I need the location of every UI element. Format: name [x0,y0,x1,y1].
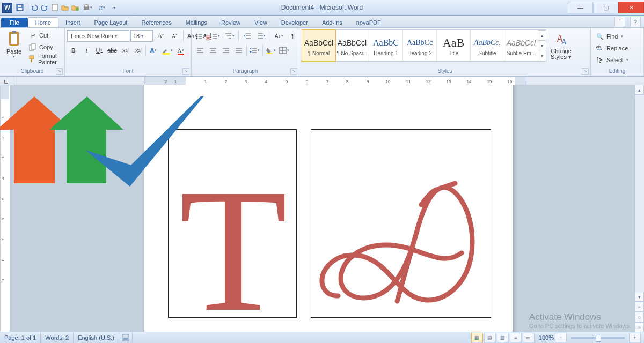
font-color-button[interactable]: A [174,44,187,56]
tab-developer[interactable]: Developer [274,18,315,27]
subscript-button[interactable]: x2 [119,44,131,56]
maximize-button[interactable]: ▢ [593,2,618,13]
change-styles-button[interactable]: AA ChangeStyles ▾ [548,29,574,61]
qat-customize-icon[interactable]: ▾ [110,3,119,12]
sort-button[interactable]: A↓ [273,30,286,42]
tab-view[interactable]: View [247,18,274,27]
minimize-button[interactable]: — [568,2,593,13]
svg-text:10: 10 [386,79,391,84]
style-heading-2[interactable]: AaBbCcHeading 2 [403,30,437,61]
group-clipboard: Paste ▾ ✂Cut Copy Format Painter Clipboa… [0,28,65,76]
style-heading-1[interactable]: AaBbCHeading 1 [369,30,403,61]
cut-button[interactable]: ✂Cut [27,29,62,41]
ribbon-minimize-icon[interactable]: ˆ [614,17,625,27]
tab-mailings[interactable]: Mailings [179,18,214,27]
styles-more-button[interactable]: ▴▾▾ [538,30,546,61]
tab-file[interactable]: File [1,18,28,27]
change-styles-label: ChangeStyles ▾ [551,48,572,60]
group-label-clipboard: Clipboard↘ [0,68,64,76]
grow-font-button[interactable]: Aˆ [154,30,167,42]
save-icon[interactable] [16,3,24,12]
tab-novapdf[interactable]: novaPDF [349,18,388,27]
shrink-font-button[interactable]: Aˇ [168,30,181,42]
new-doc-icon[interactable] [50,3,59,12]
borders-button[interactable] [277,44,291,56]
bullets-button[interactable] [194,30,207,42]
group-label-editing: Editing [591,68,643,76]
align-center-button[interactable] [207,44,219,56]
svg-text:6: 6 [306,79,309,84]
ribbon-tabs: File Home Insert Page Layout References … [0,16,644,28]
tab-page-layout[interactable]: Page Layout [87,18,135,27]
find-icon: 🔍 [596,32,604,41]
increase-indent-button[interactable] [255,30,268,42]
numbering-button[interactable]: 123 [208,30,222,42]
italic-button[interactable]: I [80,44,93,56]
vertical-ruler[interactable]: 123456789 [0,85,10,86]
group-font: Times New Rom▾ 13▾ Aˆ Aˇ Aa A B I U abc … [65,28,192,76]
styles-gallery[interactable]: AaBbCcl¶ Normal AaBbCcl¶ No Spaci... AaB… [302,29,546,62]
style-normal[interactable]: AaBbCcl¶ Normal [302,29,336,62]
font-name-combo[interactable]: Times New Rom▾ [67,30,129,42]
open-icon[interactable] [61,3,69,12]
underline-button[interactable]: U [93,44,106,56]
replace-button[interactable]: abReplace [594,42,630,54]
strikethrough-button[interactable]: abc [106,44,119,56]
tab-references[interactable]: References [134,18,178,27]
superscript-button[interactable]: x2 [131,44,144,56]
style-subtle-emphasis[interactable]: AaBbCclSubtle Em... [504,30,538,61]
print-icon[interactable] [81,3,94,12]
show-marks-button[interactable]: ¶ [287,30,299,42]
tab-insert[interactable]: Insert [58,18,87,27]
tab-home[interactable]: Home [28,17,58,27]
format-painter-button[interactable]: Format Painter [27,53,62,65]
find-button[interactable]: 🔍Find▾ [594,31,630,42]
decrease-indent-button[interactable] [241,30,254,42]
svg-text:7: 7 [326,79,329,84]
close-button[interactable]: ✕ [618,2,644,13]
svg-rect-8 [11,34,17,44]
align-left-button[interactable] [194,44,207,56]
help-icon[interactable]: ? [630,17,641,27]
folder-icon[interactable] [71,3,79,12]
style-title[interactable]: AaBTitle [437,30,471,61]
undo-icon[interactable] [30,3,39,12]
justify-button[interactable] [232,44,245,56]
dialog-launcher-icon[interactable]: ↘ [182,68,189,75]
svg-text:3: 3 [210,37,212,40]
ruler-scale-graphic: 21 1234 5678 9101112 13141516 [145,77,526,85]
vertical-scrollbar[interactable]: ▴ ▾ « ○ » [634,85,644,86]
document-page[interactable]: T [144,85,513,86]
align-right-button[interactable] [219,44,232,56]
multilevel-list-button[interactable] [223,30,236,42]
svg-point-23 [196,38,198,40]
tab-add-ins[interactable]: Add-Ins [315,18,349,27]
svg-text:15: 15 [487,79,492,84]
bold-button[interactable]: B [67,44,80,56]
style-no-spacing[interactable]: AaBbCcl¶ No Spaci... [335,30,369,61]
highlight-button[interactable] [160,44,174,56]
dialog-launcher-icon[interactable]: ↘ [582,68,589,75]
scroll-up-icon[interactable]: ▴ [635,85,644,86]
line-spacing-button[interactable] [248,44,261,56]
tab-review[interactable]: Review [214,18,247,27]
svg-rect-55 [266,53,273,54]
dialog-launcher-icon[interactable]: ↘ [56,68,63,75]
svg-text:2: 2 [165,79,167,84]
paste-button[interactable]: Paste ▾ [2,29,26,60]
svg-text:1: 1 [204,79,207,84]
text-effects-button[interactable]: A [147,44,160,56]
select-button[interactable]: Select▾ [594,54,630,66]
title-bar: W π ▾ Document4 - Microsoft Word — ▢ ✕ [0,0,644,16]
redo-icon[interactable] [40,3,49,12]
group-label-font: Font↘ [65,68,191,76]
dialog-launcher-icon[interactable]: ↘ [290,68,297,75]
shading-button[interactable] [264,44,277,56]
style-subtitle[interactable]: AaBbCc.Subtitle [471,30,504,61]
font-size-combo[interactable]: 13▾ [130,30,153,42]
copy-button[interactable]: Copy [27,41,62,53]
svg-text:4: 4 [265,79,268,84]
equation-icon[interactable]: π [96,3,108,12]
svg-text:1: 1 [174,79,177,84]
paste-label: Paste [6,48,21,55]
